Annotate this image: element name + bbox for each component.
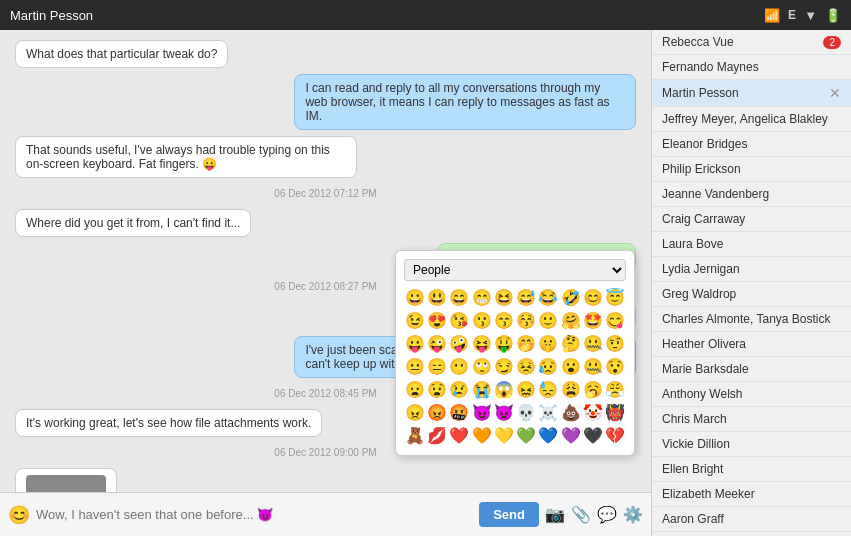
sidebar-contact-item[interactable]: Vickie Dillion	[652, 432, 851, 457]
close-conversation-icon[interactable]: ✕	[829, 85, 841, 101]
emoji-cell[interactable]: 😇	[605, 287, 626, 309]
emoji-cell[interactable]: 😁	[471, 287, 492, 309]
sidebar-contact-item[interactable]: Heather Olivera	[652, 332, 851, 357]
emoji-cell[interactable]: 💀	[515, 402, 536, 424]
sidebar-contact-item[interactable]: Paula Hance	[652, 532, 851, 536]
emoji-cell[interactable]: ☠️	[538, 402, 559, 424]
sidebar-contact-item[interactable]: Fernando Maynes	[652, 55, 851, 80]
emoji-cell[interactable]: 😤	[605, 379, 626, 401]
emoji-cell[interactable]: 🤪	[449, 333, 470, 355]
emoji-cell[interactable]: 😐	[404, 356, 425, 378]
emoji-cell[interactable]: 🤩	[582, 310, 603, 332]
emoji-cell[interactable]: 😮	[560, 356, 581, 378]
emoji-cell[interactable]: 💔	[605, 425, 626, 447]
emoji-cell[interactable]: 😖	[515, 379, 536, 401]
emoji-cell[interactable]: 💛	[493, 425, 514, 447]
emoji-cell[interactable]: 🙄	[471, 356, 492, 378]
emoji-cell[interactable]: 😡	[426, 402, 447, 424]
emoji-cell[interactable]: 💙	[538, 425, 559, 447]
sidebar-contact-item[interactable]: Chris March	[652, 407, 851, 432]
emoji-cell[interactable]: 😀	[404, 287, 425, 309]
sidebar-contact-item[interactable]: Jeanne Vandenberg	[652, 182, 851, 207]
sidebar-contact-item[interactable]: Philip Erickson	[652, 157, 851, 182]
attachment-icon[interactable]: 📎	[571, 505, 591, 524]
emoji-cell[interactable]: 🧡	[471, 425, 492, 447]
emoji-cell[interactable]: 🤬	[449, 402, 470, 424]
emoji-cell[interactable]: 🤣	[560, 287, 581, 309]
sidebar-contact-item[interactable]: Lydia Jernigan	[652, 257, 851, 282]
emoji-cell[interactable]: 🥱	[582, 379, 603, 401]
emoji-cell[interactable]: 😂	[538, 287, 559, 309]
emoji-cell[interactable]: 👿	[493, 402, 514, 424]
emoji-cell[interactable]: 🤗	[560, 310, 581, 332]
emoji-cell[interactable]: 💩	[560, 402, 581, 424]
sidebar-contact-item[interactable]: Craig Carraway	[652, 207, 851, 232]
emoji-cell[interactable]: 😝	[471, 333, 492, 355]
send-button[interactable]: Send	[479, 502, 539, 527]
emoji-cell[interactable]: 😅	[515, 287, 536, 309]
emoji-cell[interactable]: 😊	[582, 287, 603, 309]
emoji-category-select[interactable]: PeopleNatureFoodActivityTravelObjectsSym…	[404, 259, 626, 281]
emoji-cell[interactable]: 😘	[449, 310, 470, 332]
sidebar-contact-item[interactable]: Laura Bove	[652, 232, 851, 257]
emoji-cell[interactable]: 😚	[515, 310, 536, 332]
emoji-cell[interactable]: 😍	[426, 310, 447, 332]
emoji-trigger-icon[interactable]: 😊	[8, 504, 30, 526]
emoji-cell[interactable]: 🙂	[538, 310, 559, 332]
sidebar-contact-item[interactable]: Elizabeth Meeker	[652, 482, 851, 507]
emoji-cell[interactable]: 😣	[515, 356, 536, 378]
emoji-cell[interactable]: 😥	[538, 356, 559, 378]
sidebar-contact-item[interactable]: Marie Barksdale	[652, 357, 851, 382]
emoji-cell[interactable]: 😠	[404, 402, 425, 424]
emoji-cell[interactable]: 😋	[605, 310, 626, 332]
emoji-cell[interactable]: 😦	[404, 379, 425, 401]
emoji-cell[interactable]: 😑	[426, 356, 447, 378]
emoji-cell[interactable]: 🤑	[493, 333, 514, 355]
sidebar-contact-item[interactable]: Aaron Graff	[652, 507, 851, 532]
sidebar-contact-item[interactable]: Anthony Welsh	[652, 382, 851, 407]
emoji-cell[interactable]: 😛	[404, 333, 425, 355]
emoji-cell[interactable]: 😭	[471, 379, 492, 401]
sidebar-contact-item[interactable]: Eleanor Bridges	[652, 132, 851, 157]
sidebar-contact-item[interactable]: Charles Almonte, Tanya Bostick	[652, 307, 851, 332]
emoji-cell[interactable]: 😈	[471, 402, 492, 424]
camera-icon[interactable]: 📷	[545, 505, 565, 524]
emoji-cell[interactable]: 😄	[449, 287, 470, 309]
emoji-cell[interactable]: 😓	[538, 379, 559, 401]
emoji-cell[interactable]: 🤭	[515, 333, 536, 355]
emoji-cell[interactable]: 👹	[605, 402, 626, 424]
emoji-cell[interactable]: 😃	[426, 287, 447, 309]
emoji-cell[interactable]: 🤫	[538, 333, 559, 355]
sidebar-contact-item[interactable]: Greg Waldrop	[652, 282, 851, 307]
emoji-cell[interactable]: 💋	[426, 425, 447, 447]
sidebar-contact-item[interactable]: Martin Pesson✕	[652, 80, 851, 107]
emoji-cell[interactable]: 🤡	[582, 402, 603, 424]
emoji-cell[interactable]: 😶	[449, 356, 470, 378]
emoji-cell[interactable]: 😱	[493, 379, 514, 401]
emoji-cell[interactable]: 😉	[404, 310, 425, 332]
emoji-cell[interactable]: 💜	[560, 425, 581, 447]
emoji-cell[interactable]: 😗	[471, 310, 492, 332]
emoji-cell[interactable]: ❤️	[449, 425, 470, 447]
emoji-cell[interactable]: 🤐	[582, 333, 603, 355]
message-input[interactable]	[36, 507, 473, 522]
sidebar-contact-item[interactable]: Rebecca Vue2	[652, 30, 851, 55]
emoji-cell[interactable]: 😯	[605, 356, 626, 378]
emoji-cell[interactable]: 😙	[493, 310, 514, 332]
chat-icon[interactable]: 💬	[597, 505, 617, 524]
sidebar-contact-item[interactable]: Ellen Bright	[652, 457, 851, 482]
emoji-cell[interactable]: 💚	[515, 425, 536, 447]
emoji-cell[interactable]: 🤔	[560, 333, 581, 355]
emoji-cell[interactable]: 🤨	[605, 333, 626, 355]
emoji-cell[interactable]: 🧸	[404, 425, 425, 447]
settings-icon[interactable]: ⚙️	[623, 505, 643, 524]
emoji-cell[interactable]: 😆	[493, 287, 514, 309]
emoji-cell[interactable]: 😩	[560, 379, 581, 401]
emoji-cell[interactable]: 🖤	[582, 425, 603, 447]
emoji-cell[interactable]: 🤐	[582, 356, 603, 378]
emoji-cell[interactable]: 😏	[493, 356, 514, 378]
emoji-cell[interactable]: 😧	[426, 379, 447, 401]
emoji-cell[interactable]: 😢	[449, 379, 470, 401]
emoji-cell[interactable]: 😜	[426, 333, 447, 355]
sidebar-contact-item[interactable]: Jeffrey Meyer, Angelica Blakley	[652, 107, 851, 132]
